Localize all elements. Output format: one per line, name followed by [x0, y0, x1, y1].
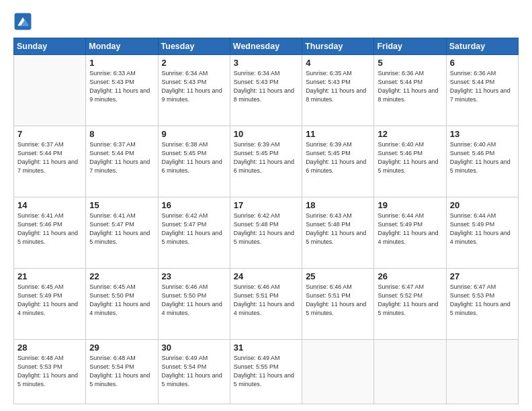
- sunset-time: 5:49 PM: [472, 221, 495, 228]
- daylight-label: Daylight:: [162, 372, 185, 379]
- daylight-label: Daylight:: [450, 301, 474, 308]
- daylight-label: Daylight:: [306, 230, 329, 236]
- sunset-time: 5:45 PM: [328, 150, 351, 156]
- daylight-label: Daylight:: [234, 230, 257, 236]
- daylight-label: Daylight:: [450, 230, 474, 236]
- sunset-label: Sunset:: [378, 79, 398, 85]
- calendar-cell: 25Sunrise: 6:46 AMSunset: 5:51 PMDayligh…: [302, 268, 374, 339]
- sunrise-time: 6:39 AM: [330, 141, 352, 148]
- sunrise-label: Sunrise:: [378, 70, 400, 77]
- sunset-label: Sunset:: [234, 150, 255, 156]
- cell-info: Sunrise: 6:46 AMSunset: 5:51 PMDaylight:…: [234, 283, 298, 318]
- day-number: 24: [234, 271, 298, 281]
- sunrise-label: Sunrise:: [450, 70, 472, 77]
- day-number: 31: [234, 342, 298, 353]
- day-number: 4: [306, 58, 370, 68]
- calendar-cell: 21Sunrise: 6:45 AMSunset: 5:49 PMDayligh…: [14, 268, 86, 339]
- sunrise-time: 6:34 AM: [257, 70, 279, 77]
- daylight-label: Daylight:: [89, 301, 113, 308]
- sunset-label: Sunset:: [89, 79, 110, 85]
- sunset-label: Sunset:: [162, 150, 183, 156]
- sunrise-time: 6:48 AM: [114, 355, 136, 361]
- sunset-label: Sunset:: [89, 292, 110, 299]
- sunrise-time: 6:36 AM: [474, 70, 496, 77]
- day-number: 27: [450, 271, 515, 281]
- calendar-cell: 28Sunrise: 6:48 AMSunset: 5:53 PMDayligh…: [14, 339, 86, 404]
- sunrise-time: 6:37 AM: [114, 141, 136, 148]
- day-header-friday: Friday: [374, 38, 446, 55]
- day-number: 12: [378, 129, 442, 139]
- calendar-cell: 31Sunrise: 6:49 AMSunset: 5:55 PMDayligh…: [230, 339, 302, 404]
- sunrise-label: Sunrise:: [306, 141, 328, 148]
- daylight-label: Daylight:: [306, 301, 329, 308]
- sunrise-label: Sunrise:: [89, 355, 112, 361]
- sunset-time: 5:55 PM: [256, 363, 279, 370]
- sunrise-label: Sunrise:: [17, 355, 40, 361]
- daylight-label: Daylight:: [234, 372, 257, 379]
- calendar-cell: 3Sunrise: 6:34 AMSunset: 5:43 PMDaylight…: [230, 55, 302, 126]
- cell-info: Sunrise: 6:47 AMSunset: 5:53 PMDaylight:…: [450, 283, 515, 318]
- calendar-cell: [374, 339, 446, 404]
- calendar-cell: 2Sunrise: 6:34 AMSunset: 5:43 PMDaylight…: [158, 55, 230, 126]
- sunrise-label: Sunrise:: [89, 141, 112, 148]
- sunset-label: Sunset:: [378, 292, 398, 299]
- sunrise-label: Sunrise:: [162, 70, 184, 77]
- calendar-cell: 18Sunrise: 6:43 AMSunset: 5:48 PMDayligh…: [302, 197, 374, 268]
- calendar-cell: 4Sunrise: 6:35 AMSunset: 5:43 PMDaylight…: [302, 55, 374, 126]
- sunset-time: 5:44 PM: [112, 150, 134, 156]
- sunset-time: 5:49 PM: [40, 292, 62, 299]
- calendar-cell: 10Sunrise: 6:39 AMSunset: 5:45 PMDayligh…: [230, 126, 302, 197]
- sunset-label: Sunset:: [306, 292, 326, 299]
- sunset-label: Sunset:: [378, 221, 398, 228]
- sunset-label: Sunset:: [234, 221, 255, 228]
- sunset-time: 5:43 PM: [328, 79, 351, 85]
- day-number: 13: [450, 129, 515, 139]
- daylight-label: Daylight:: [378, 87, 401, 94]
- day-number: 18: [306, 200, 370, 210]
- daylight-label: Daylight:: [378, 158, 401, 165]
- sunrise-label: Sunrise:: [17, 141, 40, 148]
- sunrise-time: 6:40 AM: [474, 141, 496, 148]
- sunrise-time: 6:36 AM: [402, 70, 424, 77]
- daylight-label: Daylight:: [378, 301, 401, 308]
- cell-info: Sunrise: 6:42 AMSunset: 5:47 PMDaylight:…: [162, 212, 226, 246]
- daylight-label: Daylight:: [234, 87, 257, 94]
- sunrise-label: Sunrise:: [89, 70, 112, 77]
- sunrise-time: 6:42 AM: [185, 212, 208, 219]
- daylight-label: Daylight:: [306, 87, 329, 94]
- day-number: 8: [89, 129, 154, 139]
- sunset-time: 5:46 PM: [400, 150, 423, 156]
- daylight-label: Daylight:: [89, 87, 113, 94]
- calendar-cell: [14, 55, 86, 126]
- sunset-time: 5:51 PM: [328, 292, 351, 299]
- daylight-label: Daylight:: [450, 158, 474, 165]
- cell-info: Sunrise: 6:40 AMSunset: 5:46 PMDaylight:…: [450, 140, 515, 175]
- calendar-header-row: SundayMondayTuesdayWednesdayThursdayFrid…: [14, 38, 519, 55]
- calendar-cell: 8Sunrise: 6:37 AMSunset: 5:44 PMDaylight…: [86, 126, 158, 197]
- sunset-label: Sunset:: [17, 221, 38, 228]
- calendar-week-1: 7Sunrise: 6:37 AMSunset: 5:44 PMDaylight…: [14, 126, 519, 197]
- sunrise-label: Sunrise:: [234, 283, 256, 290]
- cell-info: Sunrise: 6:33 AMSunset: 5:43 PMDaylight:…: [89, 69, 154, 104]
- sunset-label: Sunset:: [162, 79, 183, 85]
- sunrise-time: 6:35 AM: [330, 70, 352, 77]
- calendar-cell: 6Sunrise: 6:36 AMSunset: 5:44 PMDaylight…: [446, 55, 518, 126]
- sunrise-label: Sunrise:: [162, 355, 184, 361]
- cell-info: Sunrise: 6:42 AMSunset: 5:48 PMDaylight:…: [234, 212, 298, 246]
- cell-info: Sunrise: 6:37 AMSunset: 5:44 PMDaylight:…: [89, 140, 154, 175]
- day-number: 6: [450, 58, 515, 68]
- sunrise-time: 6:37 AM: [42, 141, 64, 148]
- sunset-label: Sunset:: [17, 363, 38, 370]
- daylight-label: Daylight:: [89, 372, 113, 379]
- day-number: 7: [17, 129, 82, 139]
- calendar-cell: 17Sunrise: 6:42 AMSunset: 5:48 PMDayligh…: [230, 197, 302, 268]
- day-number: 5: [378, 58, 442, 68]
- sunset-label: Sunset:: [234, 79, 255, 85]
- sunrise-time: 6:41 AM: [42, 212, 64, 219]
- calendar-cell: 29Sunrise: 6:48 AMSunset: 5:54 PMDayligh…: [86, 339, 158, 404]
- calendar-cell: 15Sunrise: 6:41 AMSunset: 5:47 PMDayligh…: [86, 197, 158, 268]
- sunset-time: 5:46 PM: [40, 221, 62, 228]
- cell-info: Sunrise: 6:44 AMSunset: 5:49 PMDaylight:…: [450, 212, 515, 246]
- day-number: 22: [89, 271, 154, 281]
- calendar-cell: 20Sunrise: 6:44 AMSunset: 5:49 PMDayligh…: [446, 197, 518, 268]
